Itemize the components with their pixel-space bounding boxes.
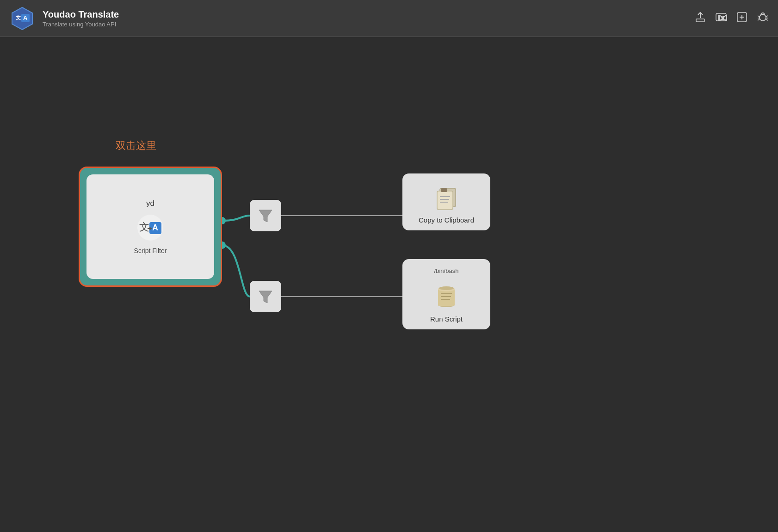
run-script-node[interactable]: /bin/bash Run Script: [402, 259, 490, 329]
app-title: Youdao Translate: [43, 9, 119, 20]
app-icon: 文 A: [9, 6, 35, 31]
svg-text:[x]: [x]: [717, 14, 727, 21]
filter-funnel-bottom-icon: [257, 288, 274, 305]
filter-node-top[interactable]: [250, 200, 281, 231]
workflow-canvas: 双击这里 yd 文 A: [0, 37, 778, 532]
svg-text:A: A: [23, 14, 28, 21]
script-filter-title: yd: [146, 199, 154, 208]
svg-line-11: [758, 16, 759, 17]
copy-to-clipboard-node[interactable]: Copy to Clipboard: [402, 173, 490, 230]
filter-funnel-top-icon: [257, 207, 274, 224]
svg-rect-31: [441, 188, 447, 192]
variable-icon[interactable]: [x]: [715, 12, 727, 25]
header-right: [x]: [695, 11, 769, 26]
app-subtitle: Translate using Youdao API: [43, 21, 119, 28]
svg-point-10: [759, 14, 766, 21]
svg-line-13: [758, 19, 759, 20]
script-filter-inner: yd 文 A Script Filter: [86, 174, 214, 279]
filter-node-bottom[interactable]: [250, 281, 281, 312]
svg-marker-27: [259, 210, 272, 222]
run-script-subtitle: /bin/bash: [434, 267, 459, 274]
script-filter-icon: 文 A: [136, 213, 165, 242]
svg-rect-36: [438, 289, 455, 306]
script-filter-label: Script Filter: [134, 247, 167, 254]
svg-line-16: [766, 19, 768, 20]
svg-point-38: [439, 286, 454, 290]
svg-line-14: [766, 16, 768, 17]
script-filter-node[interactable]: yd 文 A Script Filter: [79, 167, 222, 287]
svg-rect-30: [437, 191, 453, 210]
app-header: 文 A Youdao Translate Translate using You…: [0, 0, 778, 37]
annotation-text: 双击这里: [116, 139, 156, 153]
header-left: 文 A Youdao Translate Translate using You…: [9, 6, 119, 31]
svg-text:文: 文: [139, 221, 149, 233]
clipboard-icon: [432, 182, 461, 211]
run-script-icon: [432, 281, 461, 310]
svg-text:A: A: [152, 223, 158, 232]
add-icon[interactable]: [736, 12, 747, 25]
copy-to-clipboard-label: Copy to Clipboard: [419, 216, 474, 224]
svg-marker-28: [259, 291, 272, 303]
bug-icon[interactable]: [757, 11, 769, 26]
run-script-label: Run Script: [430, 315, 463, 323]
export-icon[interactable]: [695, 12, 706, 25]
svg-rect-4: [696, 19, 704, 22]
svg-text:文: 文: [16, 15, 21, 20]
app-info: Youdao Translate Translate using Youdao …: [43, 9, 119, 28]
